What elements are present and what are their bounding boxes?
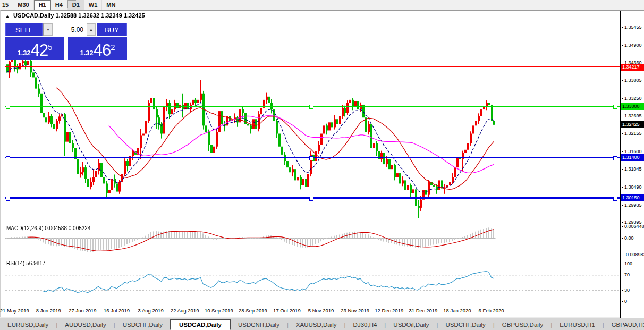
volume-decrease-icon[interactable]: ▼: [44, 23, 53, 36]
chart-tab-dj30-h4[interactable]: DJ30,H4: [346, 320, 385, 329]
price-axis-label: 1.35455: [624, 24, 642, 30]
time-axis-line: [1, 304, 644, 304]
line-handle[interactable]: [613, 156, 617, 160]
date-axis-label: 22 Aug 2019: [171, 308, 199, 314]
chart-tab-gbpaud-h1[interactable]: GBPAUD,H1: [604, 320, 644, 329]
chart-tab-gbpusd-daily[interactable]: GBPUSD,Daily: [495, 320, 550, 329]
date-axis-label: 6 Feb 2020: [479, 308, 504, 314]
volume-spinner: ▼ ▲: [43, 23, 96, 36]
price-axis-label: 1.33250: [624, 96, 642, 101]
date-axis-label: 21 May 2019: [0, 308, 29, 314]
date-axis-label: 23 Nov 2019: [341, 308, 369, 314]
macd-indicator-canvas[interactable]: [5, 223, 620, 258]
price-axis-label: 1.30490: [624, 184, 642, 190]
timeframe-button-mn[interactable]: MN: [102, 0, 120, 10]
price-tag-1.34217: 1.34217: [621, 64, 644, 71]
chart-tab-eurusd-daily[interactable]: EURUSD,Daily: [0, 320, 56, 329]
price-axis-label: 1.31600: [624, 149, 642, 154]
date-axis-label: 12 Dec 2019: [375, 308, 403, 314]
buy-price-pip: 2: [111, 38, 115, 56]
chart-tab-audusd-daily[interactable]: AUDUSD,Daily: [57, 320, 113, 329]
date-axis-label: 18 Jan 2020: [443, 308, 471, 314]
sell-price-button[interactable]: 1.32425: [5, 37, 64, 60]
line-handle[interactable]: [613, 105, 617, 109]
macd-axis-label: 0.006448: [624, 224, 644, 229]
line-handle[interactable]: [6, 156, 10, 160]
chart-window: ▲ USDCAD,Daily 1.32588 1.32632 1.32349 1…: [0, 10, 644, 317]
date-axis-label: 28 Sep 2019: [239, 308, 267, 314]
chart-tab-usdoil-daily[interactable]: USDOil,Daily: [386, 320, 436, 329]
price-tag-1.30150: 1.30150: [621, 194, 644, 201]
rsi-axis-label: 70: [624, 272, 630, 277]
macd-label: MACD(12,26,9) 0.004588 0.005224: [6, 225, 90, 231]
rsi-axis-label: 30: [624, 287, 630, 293]
chart-tab-xauusd-daily[interactable]: XAUUSD,Daily: [289, 320, 344, 329]
date-axis-label: 8 Jun 2019: [36, 308, 61, 314]
rsi-axis-label: 100: [624, 261, 632, 266]
one-click-trading-panel: SELL ▼ ▲ BUY 1.32425 1.32462: [5, 23, 127, 60]
timeframe-button-15[interactable]: 15: [0, 0, 13, 10]
rsi-indicator-canvas[interactable]: [5, 258, 620, 303]
timeframe-button-h1[interactable]: H1: [34, 0, 51, 10]
chart-tab-eurusd-h1[interactable]: EURUSD,H1: [552, 320, 602, 329]
line-handle[interactable]: [309, 197, 313, 201]
price-axis-label: 1.34900: [624, 43, 642, 48]
line-handle[interactable]: [613, 197, 617, 201]
sell-price-big: 42: [31, 42, 48, 58]
time-axis[interactable]: 21 May 20198 Jun 201927 Jun 201916 Jul 2…: [1, 304, 620, 317]
line-handle[interactable]: [309, 105, 313, 109]
sell-price-prefix: 1.32: [17, 48, 30, 58]
price-axis-label: 1.32155: [624, 131, 642, 136]
date-axis-label: 17 Oct 2019: [273, 308, 301, 314]
volume-input[interactable]: [53, 23, 87, 36]
date-axis-label: 31 Dec 2019: [409, 308, 437, 314]
line-handle[interactable]: [6, 105, 10, 109]
chart-collapse-icon[interactable]: ▲: [5, 14, 10, 19]
price-axis[interactable]: 1.354551.349001.343601.338051.332501.326…: [621, 11, 644, 318]
price-axis-label: 1.32695: [624, 113, 642, 119]
timeframe-button-d1[interactable]: D1: [67, 0, 84, 10]
pane-splitter-macd[interactable]: [1, 223, 644, 223]
date-axis-label: 27 Jun 2019: [69, 308, 96, 314]
date-axis-label: 5 Nov 2019: [308, 308, 334, 314]
chart-tab-usdcad-daily[interactable]: USDCAD,Daily: [170, 319, 231, 330]
line-handle[interactable]: [6, 197, 10, 201]
macd-axis-label: -0.008982: [624, 252, 644, 257]
timeframe-button-w1[interactable]: W1: [84, 0, 103, 10]
price-axis-label: 1.29935: [624, 202, 642, 208]
current-price-tag: 1.32425: [621, 121, 644, 128]
horizontal-line-1.34217[interactable]: [5, 66, 620, 67]
sell-button[interactable]: SELL: [5, 23, 43, 36]
date-axis-label: 16 Jul 2019: [104, 308, 130, 314]
date-axis-label: 3 Aug 2019: [138, 308, 164, 314]
chart-tab-bar: EURUSD,Daily|AUDUSD,Daily|USDCHF,DailyUS…: [0, 318, 644, 330]
buy-price-prefix: 1.32: [80, 48, 93, 58]
buy-button[interactable]: BUY: [97, 23, 127, 36]
rsi-label: RSI(14) 56.9817: [6, 260, 45, 266]
line-handle[interactable]: [309, 156, 313, 160]
price-axis-label: 1.31045: [624, 166, 642, 172]
volume-increase-icon[interactable]: ▲: [87, 23, 96, 36]
terminal-window: 15M30H1H4D1W1MN ▲ USDCAD,Daily 1.32588 1…: [0, 0, 644, 330]
timeframe-toolbar: 15M30H1H4D1W1MN: [0, 0, 644, 11]
rsi-axis-label: 0: [624, 299, 627, 304]
chart-ohlc-values: 1.32588 1.32632 1.32349 1.32425: [55, 12, 145, 19]
sell-price-pip: 5: [48, 38, 52, 56]
buy-price-button[interactable]: 1.32462: [68, 37, 127, 60]
timeframe-button-h4[interactable]: H4: [51, 0, 67, 10]
chart-title: ▲ USDCAD,Daily 1.32588 1.32632 1.32349 1…: [5, 12, 145, 19]
chart-tab-usdcnh-daily[interactable]: USDCNH,Daily: [231, 320, 287, 329]
chart-symbol-label: USDCAD,Daily: [13, 12, 54, 19]
chart-tab-usdchf-daily[interactable]: USDCHF,Daily: [115, 320, 170, 329]
buy-price-big: 46: [94, 42, 111, 58]
timeframe-button-m30[interactable]: M30: [13, 0, 33, 10]
price-axis-label: 1.33805: [624, 78, 642, 83]
pane-splitter-rsi[interactable]: [1, 258, 644, 258]
chart-tab-usdchf-daily[interactable]: USDCHF,Daily: [438, 320, 493, 329]
price-tag-1.31400: 1.31400: [621, 154, 644, 161]
macd-axis-label: 0.00: [624, 235, 634, 241]
date-axis-label: 10 Sep 2019: [205, 308, 233, 314]
price-tag-1.33000: 1.33000: [621, 103, 644, 110]
